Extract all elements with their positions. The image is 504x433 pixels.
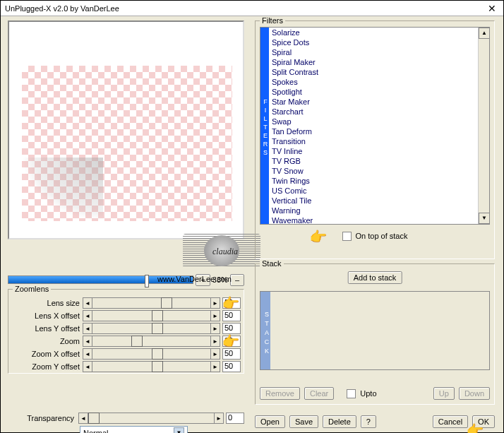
arrow-left-icon[interactable]: ◄ — [78, 413, 88, 424]
arrow-left-icon[interactable]: ◄ — [83, 361, 92, 372]
arrow-left-icon[interactable]: ◄ — [83, 310, 92, 321]
arrow-right-icon[interactable]: ► — [210, 297, 220, 309]
slider-thumb[interactable] — [161, 297, 172, 309]
clear-button[interactable]: Clear — [304, 387, 334, 400]
close-icon[interactable]: ✕ — [485, 3, 499, 14]
preview-area — [8, 20, 244, 239]
stack-bar: STACK — [260, 292, 270, 369]
titlebar: UnPlugged-X v2.0 by VanDerLee ✕ — [1, 1, 503, 16]
slider-thumb[interactable] — [152, 310, 163, 321]
on-top-checkbox[interactable] — [342, 232, 352, 241]
chevron-down-icon: ▼ — [174, 427, 184, 433]
slider-track[interactable] — [92, 336, 210, 347]
stack-list: STACK — [260, 291, 490, 370]
slider-zoom: Zoom◄►33 — [8, 335, 241, 348]
slider-track[interactable] — [92, 297, 210, 309]
filter-item[interactable]: Twin Rings — [269, 176, 478, 186]
slider-lens-size: Lens size◄►59 — [8, 297, 241, 309]
remove-button[interactable]: Remove — [260, 387, 300, 400]
slider-value: 50 — [222, 361, 241, 372]
filter-item[interactable]: Starchart — [269, 107, 478, 117]
filter-item[interactable]: US Comic — [269, 186, 478, 196]
scroll-up-icon[interactable]: ▲ — [479, 28, 490, 39]
delete-button[interactable]: Delete — [323, 415, 356, 428]
zoom-out-button[interactable]: – — [230, 274, 244, 286]
slider-thumb[interactable] — [152, 348, 163, 360]
filter-item[interactable]: Tan Deform — [269, 126, 478, 136]
slider-lens-y-offset: Lens Y offset◄►50 — [8, 322, 241, 335]
transparency-row: Transparency ◄ ► 0 — [8, 412, 244, 425]
arrow-right-icon[interactable]: ► — [210, 361, 220, 372]
slider-value: 50 — [222, 310, 241, 321]
arrow-right-icon[interactable]: ► — [210, 336, 220, 347]
filter-item[interactable]: Spiral — [269, 47, 478, 57]
app-window: UnPlugged-X v2.0 by VanDerLee ✕ claudia … — [0, 0, 504, 433]
dialog-buttons: Open Save Delete ? Cancel OK — [255, 415, 495, 428]
add-to-stack-button[interactable]: Add to stack — [348, 271, 402, 284]
arrow-right-icon[interactable]: ► — [214, 413, 224, 424]
slider-track[interactable] — [92, 310, 210, 321]
filter-item[interactable]: Swap — [269, 117, 478, 126]
filter-item[interactable]: TV RGB — [269, 156, 478, 166]
filter-item[interactable]: Spotlight — [269, 87, 478, 97]
ok-button[interactable]: OK — [472, 415, 495, 428]
slider-thumb[interactable] — [152, 323, 163, 334]
slider-track[interactable] — [92, 323, 210, 334]
open-button[interactable]: Open — [255, 415, 285, 428]
logo-badge: claudia — [183, 234, 260, 268]
scroll-down-icon[interactable]: ▼ — [479, 213, 490, 224]
window-title: UnPlugged-X v2.0 by VanDerLee — [5, 4, 119, 13]
filters-bar: FILTERS — [260, 28, 269, 224]
transparency-value: 0 — [226, 413, 244, 424]
blend-mode-dropdown[interactable]: Normal ▼ — [80, 426, 188, 433]
upto-checkbox[interactable] — [347, 389, 356, 398]
filter-list: FILTERS SolarizeSpice DotsSpiralSpiral M… — [260, 27, 490, 225]
arrow-right-icon[interactable]: ► — [210, 310, 220, 321]
filters-group: Filters FILTERS SolarizeSpice DotsSpiral… — [255, 20, 495, 259]
slider-track[interactable] — [92, 348, 210, 360]
slider-lens-x-offset: Lens X offset◄►50 — [8, 309, 241, 322]
filter-item[interactable]: TV Snow — [269, 166, 478, 176]
transparency-slider[interactable] — [88, 413, 214, 424]
slider-value: 59 — [222, 297, 241, 309]
filter-item[interactable]: Wavemaker — [269, 215, 478, 224]
filter-item[interactable]: Warning — [269, 206, 478, 215]
slider-zoom-y-offset: Zoom Y offset◄►50 — [8, 360, 241, 373]
filter-item[interactable]: TV Inline — [269, 146, 478, 156]
filter-item[interactable]: Split Contrast — [269, 67, 478, 77]
filter-item[interactable]: Spokes — [269, 77, 478, 87]
scrollbar[interactable]: ▲ ▼ — [478, 28, 489, 224]
arrow-left-icon[interactable]: ◄ — [83, 297, 92, 309]
arrow-right-icon[interactable]: ► — [210, 323, 220, 334]
arrow-left-icon[interactable]: ◄ — [83, 323, 92, 334]
preview-image — [22, 66, 232, 221]
filter-item[interactable]: Solarize — [269, 28, 478, 37]
slider-value: 50 — [222, 323, 241, 334]
slider-thumb[interactable] — [152, 361, 163, 372]
slider-track[interactable] — [92, 361, 210, 372]
arrow-right-icon[interactable]: ► — [210, 348, 220, 360]
filter-item[interactable]: Star Maker — [269, 97, 478, 107]
slider-value: 33 — [222, 336, 241, 347]
save-button[interactable]: Save — [289, 415, 318, 428]
slider-thumb[interactable] — [131, 336, 143, 347]
arrow-left-icon[interactable]: ◄ — [83, 348, 92, 360]
filter-item[interactable]: Transition — [269, 136, 478, 146]
down-button[interactable]: Down — [459, 387, 490, 400]
cancel-button[interactable]: Cancel — [433, 415, 468, 428]
zoomlens-group: Zoomlens Lens size◄►59Lens X offset◄►50L… — [8, 289, 244, 374]
stack-group: Stack Add to stack STACK Remove Clear Up… — [255, 263, 495, 405]
slider-zoom-x-offset: Zoom X offset◄►50 — [8, 348, 241, 360]
help-button[interactable]: ? — [361, 415, 376, 428]
slider-thumb[interactable] — [88, 413, 100, 424]
site-link[interactable]: www.VanDerLee.com — [157, 275, 232, 283]
filter-item[interactable]: Spice Dots — [269, 37, 478, 47]
filter-item[interactable]: Vertical Tile — [269, 196, 478, 206]
filter-item[interactable]: Spiral Maker — [269, 57, 478, 67]
up-button[interactable]: Up — [433, 387, 455, 400]
slider-value: 50 — [222, 348, 241, 360]
arrow-left-icon[interactable]: ◄ — [83, 336, 92, 347]
